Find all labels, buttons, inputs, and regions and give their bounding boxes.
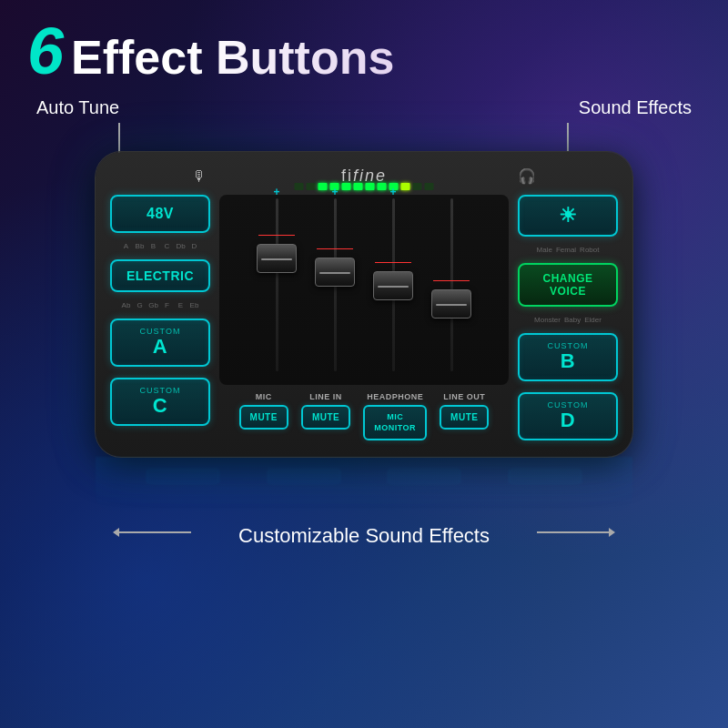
bottom-arrow-right <box>537 531 610 533</box>
center-panel: + + <box>219 195 509 440</box>
fader-lineout-red-line <box>433 280 470 281</box>
reflection-btn-2 <box>268 469 340 485</box>
mute-mic-label: MIC <box>256 392 272 401</box>
mute-channel-mic: MIC MUTE <box>239 392 288 430</box>
led-10 <box>401 183 410 190</box>
note-Gb: Gb <box>148 301 159 309</box>
voice-femal: Femal <box>556 246 576 254</box>
note-labels-top: A Bb B C Db D <box>110 242 210 250</box>
voice-robot: Robot <box>580 246 599 254</box>
led-2 <box>307 183 316 190</box>
page-container: 6 Effect Buttons Auto Tune Sound Effects… <box>0 0 728 728</box>
fader-headphone-track <box>392 198 395 371</box>
fader-headphone-plus: + <box>389 186 396 198</box>
device-main: 48V A Bb B C Db D ELECTRIC Ab G <box>110 195 618 440</box>
voice-male: Male <box>537 246 552 254</box>
fader-mic: + <box>253 198 300 381</box>
label-customizable: Customizable Sound Effects <box>238 524 490 547</box>
led-meter <box>295 183 434 190</box>
led-7 <box>366 183 375 190</box>
led-12 <box>425 183 434 190</box>
note-Bb: Bb <box>135 242 146 250</box>
bottom-arrow-left <box>118 531 191 533</box>
note-Db: Db <box>176 242 187 250</box>
btn-48v[interactable]: 48V <box>110 195 210 233</box>
fader-lineout-knob[interactable] <box>431 289 471 318</box>
btn-custom-b[interactable]: CUSTOM B <box>518 333 618 381</box>
btn-electric[interactable]: ELECTRIC <box>110 259 210 292</box>
device-top-bar: 🎙 fifine <box>110 167 618 186</box>
mic-icon: 🎙 <box>192 168 207 185</box>
label-auto-tune: Auto Tune <box>36 97 119 118</box>
mute-headphone-label: HEADPHONE <box>367 392 423 401</box>
audio-interface-device: 🎙 fifine <box>96 152 632 457</box>
left-panel: 48V A Bb B C Db D ELECTRIC Ab G <box>110 195 210 440</box>
note-C: C <box>162 242 173 250</box>
mute-section: MIC MUTE LINE IN MUTE HEADPHONE MICMONIT… <box>219 385 509 440</box>
note-E: E <box>176 301 187 309</box>
fader-mic-red-line <box>258 235 295 236</box>
note-labels-bottom: Ab G Gb F E Eb <box>110 301 210 309</box>
note-Ab: Ab <box>121 301 132 309</box>
right-panel: ☀ Male Femal Robot CHANGEVOICE Monster B… <box>518 195 618 440</box>
fader-headphone-red-line <box>375 262 411 263</box>
reflection-btn-3 <box>388 469 460 485</box>
annotations-area: Auto Tune Sound Effects <box>0 88 728 143</box>
fader-mic-track <box>276 198 278 371</box>
device-wrapper: 🎙 fifine <box>96 152 632 511</box>
mute-channel-lineout: LINE OUT MUTE <box>440 392 489 430</box>
note-G: G <box>135 301 146 309</box>
mute-linein-button[interactable]: MUTE <box>301 405 350 430</box>
reflection-btn-1 <box>147 469 219 485</box>
btn-custom-a[interactable]: CUSTOM A <box>110 318 210 367</box>
mute-mic-button[interactable]: MUTE <box>239 405 288 430</box>
custom-a-label: CUSTOM <box>117 328 203 336</box>
custom-b-letter: B <box>525 350 611 372</box>
mute-lineout-label: LINE OUT <box>443 392 485 401</box>
fader-linein-red-line <box>317 248 353 249</box>
custom-c-letter: C <box>117 395 203 417</box>
voice-labels-bottom: Monster Baby Elder <box>518 316 618 324</box>
fader-linein-knob[interactable] <box>315 258 355 287</box>
fader-mic-knob[interactable] <box>257 244 297 273</box>
custom-a-letter: A <box>117 336 203 358</box>
bottom-annotation: Customizable Sound Effects <box>0 511 728 551</box>
note-A: A <box>121 242 132 250</box>
led-5 <box>342 183 351 190</box>
mute-channel-linein: LINE IN MUTE <box>301 392 350 430</box>
voice-monster: Monster <box>534 316 561 324</box>
header-text: Effect Buttons <box>71 34 394 81</box>
fader-mic-plus: + <box>273 186 279 198</box>
header-number: 6 <box>27 18 64 84</box>
btn-custom-c[interactable]: CUSTOM C <box>110 378 210 426</box>
mute-channel-headphone: HEADPHONE MICMONITOR <box>363 392 427 440</box>
btn-custom-d[interactable]: CUSTOM D <box>518 392 618 440</box>
mic-monitor-button[interactable]: MICMONITOR <box>363 405 427 440</box>
fader-line-out <box>428 198 475 381</box>
fader-headphone-knob[interactable] <box>373 271 413 300</box>
custom-c-label: CUSTOM <box>117 387 203 395</box>
fader-lineout-track <box>450 198 453 371</box>
custom-b-label: CUSTOM <box>525 342 611 350</box>
led-6 <box>354 183 363 190</box>
btn-sun[interactable]: ☀ <box>518 195 618 237</box>
custom-d-letter: D <box>525 410 611 431</box>
voice-elder: Elder <box>584 316 602 324</box>
led-1 <box>295 183 304 190</box>
mute-lineout-button[interactable]: MUTE <box>440 405 489 430</box>
note-F: F <box>162 301 173 309</box>
custom-d-label: CUSTOM <box>525 401 611 410</box>
fader-linein-plus: + <box>331 186 338 198</box>
label-sound-effects: Sound Effects <box>579 97 692 118</box>
reflection-btn-4 <box>509 469 581 485</box>
mute-linein-label: LINE IN <box>309 392 342 401</box>
voice-baby: Baby <box>564 316 581 324</box>
device-reflection <box>96 457 632 511</box>
fader-headphone: + <box>369 198 417 381</box>
headphone-icon: 🎧 <box>518 167 536 185</box>
fader-line-in: + <box>311 198 359 381</box>
led-3 <box>318 183 328 190</box>
voice-labels-top: Male Femal Robot <box>518 246 618 254</box>
btn-change-voice[interactable]: CHANGEVOICE <box>518 263 618 307</box>
note-D: D <box>189 242 200 250</box>
